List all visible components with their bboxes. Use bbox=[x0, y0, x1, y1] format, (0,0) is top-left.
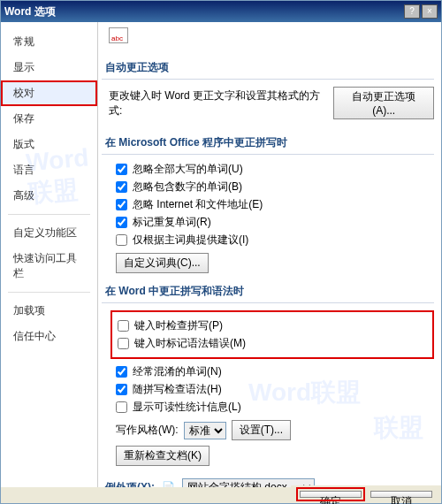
recheck-document-button[interactable]: 重新检查文档(K) bbox=[116, 446, 210, 466]
window-controls: ? × bbox=[404, 4, 438, 19]
dialog-footer: 确定 取消 bbox=[291, 485, 441, 503]
chk-flag-repeated[interactable] bbox=[116, 217, 127, 228]
ok-button[interactable]: 确定 bbox=[300, 491, 362, 498]
writing-style-settings-button[interactable]: 设置(T)... bbox=[232, 420, 291, 440]
proofing-icon bbox=[109, 27, 128, 43]
chk-check-spelling-as-type[interactable] bbox=[118, 320, 129, 332]
cancel-button[interactable]: 取消 bbox=[370, 491, 432, 498]
chk-readability-stats-label: 显示可读性统计信息(L) bbox=[133, 400, 241, 415]
sidebar-item-customize-ribbon[interactable]: 自定义功能区 bbox=[1, 220, 97, 246]
help-icon[interactable]: ? bbox=[404, 4, 420, 19]
group-autocorrect-title: 自动更正选项 bbox=[102, 53, 434, 80]
group-msoffice-title: 在 Microsoft Office 程序中更正拼写时 bbox=[102, 128, 434, 155]
writing-style-select[interactable]: 标准 bbox=[184, 422, 226, 439]
chk-confused-words[interactable] bbox=[116, 366, 127, 378]
chk-flag-repeated-label: 标记重复单词(R) bbox=[133, 215, 211, 230]
custom-dictionaries-button[interactable]: 自定义词典(C)... bbox=[116, 253, 209, 273]
sidebar-item-addins[interactable]: 加载项 bbox=[1, 298, 97, 324]
sidebar-item-language[interactable]: 语言 bbox=[1, 157, 97, 183]
chk-main-dict-only[interactable] bbox=[116, 234, 127, 246]
chk-ignore-internet-label: 忽略 Internet 和文件地址(E) bbox=[133, 197, 263, 212]
chk-ignore-uppercase[interactable] bbox=[116, 164, 127, 175]
chk-grammar-with-spelling[interactable] bbox=[116, 384, 127, 395]
chk-ignore-numbers-label: 忽略包含数字的单词(B) bbox=[133, 179, 242, 195]
sidebar-item-save[interactable]: 保存 bbox=[1, 106, 97, 132]
sidebar-item-general[interactable]: 常规 bbox=[1, 29, 97, 55]
document-icon: 📄 bbox=[162, 481, 175, 487]
chk-main-dict-only-label: 仅根据主词典提供建议(I) bbox=[133, 233, 248, 248]
close-icon[interactable]: × bbox=[422, 4, 438, 19]
sidebar-item-display[interactable]: 显示 bbox=[1, 55, 97, 80]
chk-readability-stats[interactable] bbox=[116, 401, 127, 413]
window-title: Word 选项 bbox=[4, 4, 56, 19]
sidebar-item-advanced[interactable]: 高级 bbox=[1, 183, 97, 209]
titlebar: Word 选项 ? × bbox=[1, 1, 441, 22]
exceptions-label: 例外项(X): bbox=[105, 480, 155, 488]
writing-style-label: 写作风格(W): bbox=[116, 423, 179, 438]
highlighted-spellcheck-options: 键入时检查拼写(P) 键入时标记语法错误(M) bbox=[110, 310, 434, 359]
chk-grammar-with-spelling-label: 随拼写检查语法(H) bbox=[133, 382, 222, 397]
chk-ignore-internet[interactable] bbox=[116, 199, 127, 210]
sidebar: 常规 显示 校对 保存 版式 语言 高级 自定义功能区 快速访问工具栏 加载项 … bbox=[1, 22, 98, 487]
autocorrect-intro: 更改键入时 Word 更正文字和设置其格式的方式: bbox=[109, 88, 328, 118]
chk-mark-grammar-as-type[interactable] bbox=[118, 338, 129, 349]
chk-ignore-numbers[interactable] bbox=[116, 181, 127, 193]
sidebar-item-proofing[interactable]: 校对 bbox=[1, 80, 97, 106]
chk-mark-grammar-label: 键入时标记语法错误(M) bbox=[134, 336, 246, 351]
chk-confused-words-label: 经常混淆的单词(N) bbox=[133, 364, 222, 379]
sidebar-item-layout[interactable]: 版式 bbox=[1, 132, 97, 157]
sidebar-item-quick-access[interactable]: 快速访问工具栏 bbox=[1, 246, 97, 286]
sidebar-item-trust-center[interactable]: 信任中心 bbox=[1, 324, 97, 349]
group-wordcheck-title: 在 Word 中更正拼写和语法时 bbox=[102, 277, 434, 303]
autocorrect-options-button[interactable]: 自动更正选项(A)... bbox=[333, 87, 434, 119]
content-panel: 自动更正选项 更改键入时 Word 更正文字和设置其格式的方式: 自动更正选项(… bbox=[98, 22, 441, 487]
chk-check-spelling-label: 键入时检查拼写(P) bbox=[134, 318, 223, 333]
chk-ignore-uppercase-label: 忽略全部大写的单词(U) bbox=[133, 162, 243, 177]
